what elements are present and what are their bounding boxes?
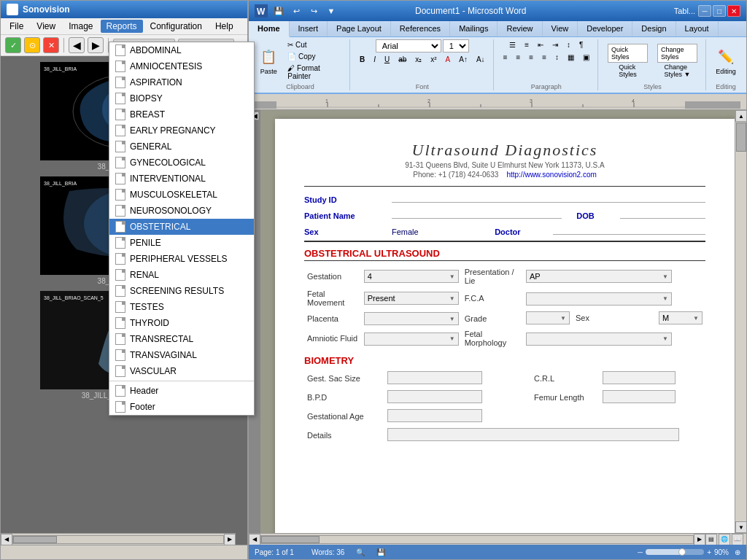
menu-help[interactable]: Help: [209, 20, 239, 33]
details-input[interactable]: [387, 428, 679, 441]
tab-review[interactable]: Review: [498, 21, 542, 36]
report-header[interactable]: Header: [109, 383, 254, 399]
view-read-btn[interactable]: 📖: [732, 534, 743, 545]
shading-btn[interactable]: ▦: [564, 52, 578, 63]
vscroll-thumb[interactable]: [736, 122, 746, 152]
menu-file[interactable]: File: [4, 20, 29, 33]
fetal-morph-select[interactable]: ▼: [526, 332, 672, 346]
justify-btn[interactable]: ≡: [538, 52, 550, 63]
toolbar-red-btn[interactable]: ✕: [43, 37, 59, 53]
font-size-shrink-btn[interactable]: A↓: [473, 54, 489, 65]
italic-btn[interactable]: I: [370, 54, 379, 65]
hscroll-right-btn[interactable]: ▶: [224, 534, 236, 545]
fca-select[interactable]: ▼: [526, 292, 672, 306]
align-left-btn[interactable]: ≡: [500, 52, 511, 63]
report-musculoskeletal[interactable]: MUSCULOSKELETAL: [109, 187, 254, 203]
tab-mailings[interactable]: Mailings: [450, 21, 498, 36]
tab-developer[interactable]: Developer: [578, 21, 632, 36]
font-color-btn[interactable]: A: [442, 54, 454, 65]
qat-save-btn[interactable]: 💾: [272, 4, 285, 18]
zoom-out-btn[interactable]: ─: [638, 548, 643, 556]
report-interventional[interactable]: INTERVENTIONAL: [109, 171, 254, 187]
qat-undo-btn[interactable]: ↩: [290, 4, 303, 18]
grade-select[interactable]: ▼: [526, 311, 570, 324]
align-right-btn[interactable]: ≡: [525, 52, 537, 63]
tab-page-layout[interactable]: Page Layout: [328, 21, 391, 36]
font-family-select[interactable]: Arial: [376, 39, 441, 52]
clinic-website[interactable]: http://www.sonovision2.com: [506, 171, 596, 179]
word-doc-area[interactable]: ◀ Ultrasound Diagnostics 91-31 Queens Bl…: [249, 110, 746, 533]
paste-btn[interactable]: 📋 Paste: [255, 44, 282, 77]
presentation-select[interactable]: AP ▼: [526, 270, 672, 283]
gestational-age-input[interactable]: [387, 409, 482, 422]
report-amniocentesis[interactable]: AMNIOCENTESIS: [109, 58, 254, 74]
nav-back-btn[interactable]: ◀: [69, 37, 85, 53]
cut-btn[interactable]: ✂ Cut: [284, 39, 345, 50]
amniotic-select[interactable]: ▼: [364, 332, 459, 346]
report-transvaginal[interactable]: TRANSVAGINAL: [109, 347, 254, 363]
report-transrectal[interactable]: TRANSRECTAL: [109, 331, 254, 347]
bullets-btn[interactable]: ☰: [506, 39, 519, 50]
tab-layout[interactable]: Layout: [676, 21, 719, 36]
fetal-movement-select[interactable]: Present ▼: [364, 292, 459, 305]
report-aspiration[interactable]: ASPIRATION: [109, 74, 254, 90]
toolbar-green-btn[interactable]: ✓: [5, 37, 21, 53]
copy-btn[interactable]: 📄 Copy: [284, 51, 345, 62]
placenta-select[interactable]: ▼: [364, 312, 459, 325]
maximize-btn[interactable]: □: [713, 5, 726, 17]
format-painter-btn[interactable]: 🖌 Format Painter: [284, 63, 345, 82]
vscroll-down-btn[interactable]: ▼: [735, 521, 746, 533]
report-obstetrical[interactable]: OBSTETRICAL: [109, 219, 254, 235]
outdent-btn[interactable]: ⇤: [534, 39, 547, 50]
subscript-btn[interactable]: x₂: [411, 54, 425, 65]
tab-insert[interactable]: Insert: [290, 21, 328, 36]
gest-sac-input[interactable]: [387, 371, 482, 384]
gestation-select[interactable]: 4 ▼: [364, 270, 459, 283]
report-biopsy[interactable]: BIOPSY: [109, 90, 254, 106]
report-vascular[interactable]: VASCULAR: [109, 363, 254, 379]
close-btn[interactable]: ✕: [727, 5, 740, 17]
hscroll-word-right-btn[interactable]: ▶: [694, 534, 705, 545]
tab-references[interactable]: References: [391, 21, 450, 36]
menu-reports[interactable]: Reports: [101, 20, 143, 33]
quick-styles-btn[interactable]: Quick Styles QuickStyles: [604, 42, 651, 80]
font-size-select[interactable]: 10: [443, 39, 469, 52]
status-expand-btn[interactable]: ⊕: [735, 548, 740, 556]
menu-view[interactable]: View: [31, 20, 61, 33]
report-testes[interactable]: TESTES: [109, 299, 254, 315]
tab-view[interactable]: View: [543, 21, 578, 36]
underline-btn[interactable]: U: [381, 54, 393, 65]
report-penile[interactable]: PENILE: [109, 235, 254, 251]
sonovision-hscrollbar[interactable]: ◀ ▶: [1, 533, 236, 545]
numbering-btn[interactable]: ≡: [521, 39, 533, 50]
menu-image[interactable]: Image: [63, 20, 98, 33]
qat-redo-btn[interactable]: ↪: [307, 4, 320, 18]
tab-design[interactable]: Design: [632, 21, 676, 36]
strikethrough-btn[interactable]: ab: [395, 54, 410, 65]
report-general[interactable]: GENERAL: [109, 139, 254, 155]
superscript-btn[interactable]: x²: [427, 54, 440, 65]
tab-home[interactable]: Home: [249, 21, 290, 37]
font-size-grow-btn[interactable]: A↑: [455, 54, 471, 65]
report-footer[interactable]: Footer: [109, 399, 254, 415]
report-peripheral-vessels[interactable]: PERIPHERAL VESSELS: [109, 251, 254, 267]
word-hscrollbar[interactable]: ◀ ▶ ▤ 🌐 📖: [249, 533, 746, 545]
change-styles-btn[interactable]: ChangeStyles ChangeStyles ▼: [654, 42, 701, 80]
report-thyroid[interactable]: THYROID: [109, 315, 254, 331]
bpd-input[interactable]: [387, 390, 482, 403]
vscroll-track[interactable]: [735, 122, 746, 521]
femur-input[interactable]: [603, 390, 676, 403]
view-normal-btn[interactable]: ▤: [705, 534, 717, 545]
editing-btn[interactable]: ✏️ Editing: [712, 44, 740, 77]
report-early-pregnancy[interactable]: EARLY PREGNANCY: [109, 122, 254, 139]
hscroll-left-btn[interactable]: ◀: [1, 534, 12, 545]
report-breast[interactable]: BREAST: [109, 106, 254, 122]
report-renal[interactable]: RENAL: [109, 267, 254, 283]
report-screening[interactable]: SCREENING RESULTS: [109, 283, 254, 299]
sex-field-select[interactable]: M ▼: [659, 311, 703, 324]
crl-input[interactable]: [603, 371, 676, 384]
indent-btn[interactable]: ⇥: [549, 39, 562, 50]
view-web-btn[interactable]: 🌐: [719, 534, 730, 545]
hscroll-word-left-btn[interactable]: ◀: [249, 534, 260, 545]
toolbar-yellow-btn[interactable]: ⊙: [24, 37, 40, 53]
